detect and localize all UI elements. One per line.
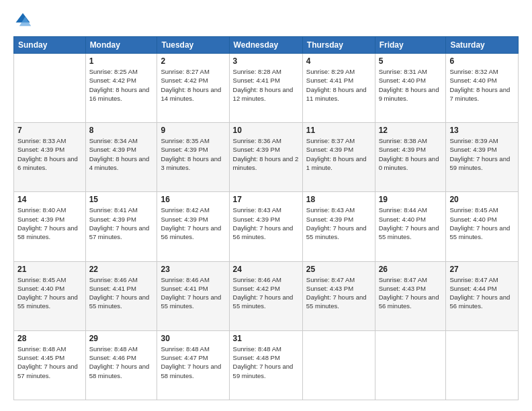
sunrise-label: Sunrise: 8:43 AM <box>233 206 281 214</box>
day-number: 23 <box>161 265 225 274</box>
sunset-label: Sunset: 4:39 PM <box>17 146 64 153</box>
col-monday: Monday <box>85 37 157 54</box>
sunrise-label: Sunrise: 8:40 AM <box>17 206 66 214</box>
day-info: Sunrise: 8:47 AMSunset: 4:44 PMDaylight:… <box>449 275 515 311</box>
daylight-label: Daylight: 7 hours and 55 minutes. <box>161 293 221 310</box>
calendar-cell: 3Sunrise: 8:28 AMSunset: 4:41 PMDaylight… <box>229 54 302 123</box>
day-number: 10 <box>233 126 299 135</box>
col-tuesday: Tuesday <box>157 37 229 54</box>
sunrise-label: Sunrise: 8:25 AM <box>89 68 138 75</box>
calendar-cell: 20Sunrise: 8:45 AMSunset: 4:40 PMDayligh… <box>446 192 519 261</box>
daylight-label: Daylight: 7 hours and 56 minutes. <box>379 293 439 310</box>
calendar-cell: 25Sunrise: 8:47 AMSunset: 4:43 PMDayligh… <box>302 261 375 330</box>
day-info: Sunrise: 8:37 AMSunset: 4:39 PMDaylight:… <box>306 136 371 172</box>
day-info: Sunrise: 8:29 AMSunset: 4:41 PMDaylight:… <box>306 67 371 103</box>
sunrise-label: Sunrise: 8:46 AM <box>89 276 138 283</box>
calendar-cell: 21Sunrise: 8:45 AMSunset: 4:40 PMDayligh… <box>14 261 86 330</box>
sunset-label: Sunset: 4:44 PM <box>449 285 496 292</box>
col-wednesday: Wednesday <box>229 37 302 54</box>
day-info: Sunrise: 8:39 AMSunset: 4:39 PMDaylight:… <box>449 136 515 172</box>
col-saturday: Saturday <box>446 37 519 54</box>
sunset-label: Sunset: 4:39 PM <box>306 146 353 153</box>
sunset-label: Sunset: 4:48 PM <box>233 354 280 361</box>
calendar-cell: 16Sunrise: 8:42 AMSunset: 4:39 PMDayligh… <box>157 192 229 261</box>
sunset-label: Sunset: 4:40 PM <box>449 77 496 84</box>
calendar-cell: 19Sunrise: 8:44 AMSunset: 4:40 PMDayligh… <box>375 192 446 261</box>
calendar-cell <box>446 330 519 400</box>
daylight-label: Daylight: 8 hours and 11 minutes. <box>306 86 367 102</box>
sunset-label: Sunset: 4:42 PM <box>233 285 280 292</box>
day-info: Sunrise: 8:48 AMSunset: 4:46 PMDaylight:… <box>89 345 154 380</box>
calendar-cell: 8Sunrise: 8:34 AMSunset: 4:39 PMDaylight… <box>85 123 157 192</box>
sunset-label: Sunset: 4:46 PM <box>89 354 136 361</box>
logo <box>13 11 35 30</box>
daylight-label: Daylight: 8 hours and 12 minutes. <box>233 86 294 102</box>
calendar-cell: 12Sunrise: 8:38 AMSunset: 4:39 PMDayligh… <box>375 123 446 192</box>
daylight-label: Daylight: 7 hours and 55 minutes. <box>306 224 367 240</box>
daylight-label: Daylight: 8 hours and 14 minutes. <box>161 86 221 102</box>
daylight-label: Daylight: 8 hours and 9 minutes. <box>379 86 439 102</box>
day-info: Sunrise: 8:27 AMSunset: 4:42 PMDaylight:… <box>161 67 225 103</box>
daylight-label: Daylight: 7 hours and 58 minutes. <box>161 363 221 379</box>
day-info: Sunrise: 8:32 AMSunset: 4:40 PMDaylight:… <box>449 67 515 103</box>
daylight-label: Daylight: 7 hours and 56 minutes. <box>233 224 294 240</box>
day-number: 16 <box>161 195 225 204</box>
day-number: 22 <box>89 265 154 274</box>
calendar-cell: 2Sunrise: 8:27 AMSunset: 4:42 PMDaylight… <box>157 54 229 123</box>
sunset-label: Sunset: 4:43 PM <box>379 285 426 292</box>
sunrise-label: Sunrise: 8:46 AM <box>233 276 281 283</box>
sunrise-label: Sunrise: 8:41 AM <box>89 206 138 214</box>
calendar-cell: 17Sunrise: 8:43 AMSunset: 4:39 PMDayligh… <box>229 192 302 261</box>
calendar-week-3: 14Sunrise: 8:40 AMSunset: 4:39 PMDayligh… <box>14 192 519 261</box>
sunset-label: Sunset: 4:40 PM <box>379 77 426 84</box>
logo-icon <box>13 11 32 30</box>
weekday-header-row: Sunday Monday Tuesday Wednesday Thursday… <box>14 37 519 54</box>
day-info: Sunrise: 8:35 AMSunset: 4:39 PMDaylight:… <box>161 136 225 172</box>
col-thursday: Thursday <box>302 37 375 54</box>
daylight-label: Daylight: 8 hours and 6 minutes. <box>17 155 78 171</box>
day-info: Sunrise: 8:40 AMSunset: 4:39 PMDaylight:… <box>17 205 82 241</box>
calendar-week-1: 1Sunrise: 8:25 AMSunset: 4:42 PMDaylight… <box>14 54 519 123</box>
calendar-cell: 18Sunrise: 8:43 AMSunset: 4:39 PMDayligh… <box>302 192 375 261</box>
day-number: 25 <box>306 265 371 274</box>
sunset-label: Sunset: 4:39 PM <box>379 146 426 153</box>
calendar-cell: 10Sunrise: 8:36 AMSunset: 4:39 PMDayligh… <box>229 123 302 192</box>
daylight-label: Daylight: 7 hours and 56 minutes. <box>449 293 510 310</box>
daylight-label: Daylight: 8 hours and 16 minutes. <box>89 86 150 102</box>
day-info: Sunrise: 8:25 AMSunset: 4:42 PMDaylight:… <box>89 67 154 103</box>
calendar-cell: 23Sunrise: 8:46 AMSunset: 4:41 PMDayligh… <box>157 261 229 330</box>
sunrise-label: Sunrise: 8:37 AM <box>306 137 355 144</box>
sunset-label: Sunset: 4:42 PM <box>89 77 136 84</box>
sunset-label: Sunset: 4:39 PM <box>233 146 280 153</box>
sunset-label: Sunset: 4:39 PM <box>89 216 136 223</box>
sunset-label: Sunset: 4:39 PM <box>161 146 208 153</box>
daylight-label: Daylight: 8 hours and 4 minutes. <box>89 155 150 171</box>
day-info: Sunrise: 8:47 AMSunset: 4:43 PMDaylight:… <box>306 275 371 311</box>
day-info: Sunrise: 8:46 AMSunset: 4:41 PMDaylight:… <box>89 275 154 311</box>
calendar-cell: 31Sunrise: 8:48 AMSunset: 4:48 PMDayligh… <box>229 330 302 400</box>
day-number: 30 <box>161 334 225 343</box>
day-number: 17 <box>233 195 299 204</box>
day-number: 7 <box>17 126 82 135</box>
day-info: Sunrise: 8:46 AMSunset: 4:42 PMDaylight:… <box>233 275 299 311</box>
calendar-cell: 29Sunrise: 8:48 AMSunset: 4:46 PMDayligh… <box>85 330 157 400</box>
daylight-label: Daylight: 7 hours and 55 minutes. <box>306 293 367 310</box>
sunrise-label: Sunrise: 8:44 AM <box>379 206 427 214</box>
day-number: 21 <box>17 265 82 274</box>
daylight-label: Daylight: 8 hours and 7 minutes. <box>449 86 510 102</box>
sunrise-label: Sunrise: 8:29 AM <box>306 68 355 75</box>
day-info: Sunrise: 8:44 AMSunset: 4:40 PMDaylight:… <box>379 205 443 241</box>
sunrise-label: Sunrise: 8:48 AM <box>17 345 66 353</box>
sunrise-label: Sunrise: 8:47 AM <box>379 276 427 283</box>
day-info: Sunrise: 8:36 AMSunset: 4:39 PMDaylight:… <box>233 136 299 172</box>
day-number: 9 <box>161 126 225 135</box>
sunset-label: Sunset: 4:39 PM <box>17 216 64 223</box>
day-number: 26 <box>379 265 443 274</box>
daylight-label: Daylight: 7 hours and 57 minutes. <box>89 224 150 240</box>
sunset-label: Sunset: 4:41 PM <box>89 285 136 292</box>
sunrise-label: Sunrise: 8:45 AM <box>17 276 66 283</box>
calendar: Sunday Monday Tuesday Wednesday Thursday… <box>13 36 519 400</box>
sunset-label: Sunset: 4:40 PM <box>17 285 64 292</box>
calendar-week-5: 28Sunrise: 8:48 AMSunset: 4:45 PMDayligh… <box>14 330 519 400</box>
day-number: 19 <box>379 195 443 204</box>
